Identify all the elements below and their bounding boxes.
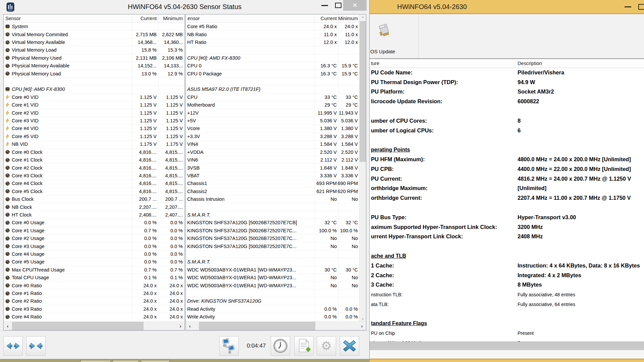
scrollbar-thumb[interactable] [360,21,366,162]
summary-row[interactable]: PU CPB:4400.0 MHz = 22.00 x 200.0 MHz [U… [370,164,644,174]
sensor-row[interactable]: Core #5 VID1.125 V1.125 V [4,133,184,140]
sensor-group-row[interactable]: ASUS M5A97 R2.0 (ITE IT8721F) [186,85,360,93]
summary-section-row[interactable]: perating Points [370,145,644,155]
summary-row[interactable]: ata TLB:Fully associative, 64 entries [370,299,644,309]
sensor-row[interactable]: KINGSTON SHFS37A120G [50026B725207E7CB]3… [186,219,360,227]
sensor-row[interactable]: Core #0 Ratio24.0 x24.0 x [4,282,184,289]
sensor-row[interactable]: Core #1 Clock4,816....4,815.... [4,156,184,164]
sensor-row[interactable]: +12V11.995 V11.943 V [186,109,360,117]
summary-section-row[interactable]: ache and TLB [370,251,644,261]
sensor-row[interactable]: Physical Memory Used2,131 MB2,106 MB [4,54,184,62]
sensor-row[interactable]: HT Clock2,408....2,407.... [4,211,184,219]
summary-row[interactable]: 3 Cache:8 MBytes [370,280,644,290]
sensor-row[interactable]: Chassis2621 RPM620 RPM [186,188,360,195]
sensor-group-row[interactable]: CPU [#0]: AMD FX-8300 [4,85,184,93]
sensor-row[interactable]: VIN62.112 V2.112 V [186,156,360,164]
summary-row[interactable]: PU HFM (Maximum):4800.0 MHz = 24.00 x 20… [370,155,644,164]
maximize-button[interactable] [638,4,644,10]
report-button[interactable] [294,336,314,356]
scrollbar-thumb[interactable] [199,322,315,330]
sensor-row[interactable]: +3.3V3.288 V3.288 V [186,133,360,140]
scroll-left-icon[interactable]: ‹ [4,322,12,330]
sensor-row[interactable]: Virtual Memory Load15.8 %15.3 % [4,46,184,54]
summary-row[interactable]: umber of Logical CPUs:6 [370,126,644,135]
sensor-row[interactable]: Core #0 Clock4,816....4,815.... [4,148,184,156]
sensor-row[interactable]: Core #4 Usage0.0 %0.0 % [4,250,184,258]
summary-row[interactable]: 1 Cache:Instruction: 4 x 64 KBytes, Data… [370,261,644,270]
sensor-row[interactable]: Core #1 Usage0.7 %0.0 % [4,227,184,235]
scroll-right-icon[interactable]: › [176,322,184,330]
sensor-row[interactable]: Virtual Memory Commited2,715 MB2,622 MB [4,31,184,38]
sensor-row[interactable]: VIN41.584 V1.584 V [186,140,360,148]
summary-row[interactable]: PU Code Name:Piledriver/Vishera [370,68,644,77]
sensor-row[interactable]: Core #3 Usage0.0 %0.0 % [4,242,184,250]
minimize-button[interactable] [318,0,331,11]
close-sensors-button[interactable] [340,336,359,356]
scroll-down-icon[interactable]: ⌄ [360,315,366,321]
sensor-row[interactable]: 3VSB1.848 V1.848 V [186,164,360,172]
sensor-row[interactable]: Core #4 Clock4,816....4,815.... [4,180,184,187]
horizontal-scrollbar[interactable] [370,342,644,350]
os-update-button[interactable]: OS Update [370,14,419,58]
sensor-row[interactable]: Core #3 Ratio24.0 x24.0 x [4,305,184,313]
summary-section-row[interactable]: tandard Feature Flags [370,319,644,328]
scrollbar-thumb[interactable] [12,322,144,330]
maximize-button[interactable] [332,0,344,11]
sensor-row[interactable]: NB VID1.175 V1.175 V [4,140,184,148]
logging-clock-button[interactable] [271,336,290,356]
sensor-row[interactable]: +5V5.036 V5.036 V [186,117,360,125]
sensor-row[interactable]: WDC WD5003ABYX-01WERA1 [WD-WMAYP23...30 … [186,266,360,274]
sensor-row[interactable]: VBAT3.336 V3.336 V [186,172,360,180]
sensor-row[interactable]: KINGSTON SHFS37A120G [50026B725207E7C...… [186,242,360,250]
summary-row[interactable]: 2 Cache:Integrated: 4 x 2 MBytes [370,270,644,280]
summary-row[interactable]: nhanced Virtual-86 ModePresent [370,338,644,342]
sensor-group-row[interactable]: Drive: KINGSTON SHFS37A120G [186,297,360,305]
collapse-columns-button[interactable] [26,336,46,356]
summary-row[interactable]: PU Platform:Socket AM3r2 [370,87,644,97]
summary-row[interactable]: PU Current:4816.2 MHz = 24.00 x 200.7 MH… [370,174,644,184]
scroll-left-icon[interactable]: ‹ [186,322,194,330]
sensor-row[interactable]: Core #1 VID1.125 V1.125 V [4,101,184,109]
sensor-row[interactable]: WDC WD5003ABYX-01WERA1 [WD-WMAYP23...NoN… [186,274,360,282]
sensor-row[interactable]: Core #3 Clock4,816....4,815.... [4,172,184,180]
sensor-group-row[interactable]: CPU [#0]: AMD FX-8300 [186,54,360,62]
summary-row[interactable]: PU Bus Type:Hyper-Transport v3.00 [370,213,644,222]
sensor-row[interactable]: Core #0 Usage0.0 %0.0 % [4,219,184,227]
horizontal-scrollbar[interactable]: ‹ › [186,321,366,330]
sensor-row[interactable]: CPU33 °C33 °C [186,94,360,101]
sensor-row[interactable]: Core #4 VID1.125 V1.125 V [4,125,184,132]
sensor-row[interactable]: Core #4 Ratio24.0 x24.0 x [4,313,184,321]
sensor-row[interactable]: Vcore1.380 V1.380 V [186,125,360,132]
sensor-row[interactable]: Physical Memory Load13.0 %12.9 % [4,70,184,77]
sensor-row[interactable]: Total CPU Usage0.1 %0.1 % [4,274,184,282]
settings-button[interactable]: ⚙ [317,336,336,356]
sensor-row[interactable]: Core #2 VID1.125 V1.125 V [4,109,184,117]
sensor-row[interactable]: Core #0 VID1.125 V1.125 V [4,94,184,101]
summary-row[interactable]: orthbridge Maximum: [Unlimited] [370,184,644,193]
minimize-button[interactable] [625,6,631,7]
summary-row[interactable]: urrent Hyper-Transport Link Clock:2408 M… [370,232,644,242]
summary-row[interactable]: PU Thermal Design Power (TDP):94.9 W [370,77,644,87]
sensor-row[interactable]: Core #5 Usage0.0 %0.0 % [4,258,184,266]
sensor-row[interactable]: KINGSTON SHFS37A120G [50026B725207E7C...… [186,235,360,242]
summary-row[interactable]: umber of CPU Cores:8 [370,116,644,126]
horizontal-scrollbar[interactable]: ‹ › [4,321,184,330]
sensor-row[interactable]: CPU 0 Package16.3 °C15.9 °C [186,70,360,77]
summary-row[interactable]: nstruction TLB:Fully associative, 48 ent… [370,290,644,299]
sensor-row[interactable]: Core #2 Clock4,816....4,815.... [4,164,184,172]
sensor-row[interactable]: Chassis IntrusionNoNo [186,195,360,203]
sensor-row[interactable]: Max CPU/Thread Usage0.7 %0.7 % [4,266,184,274]
sensor-row[interactable]: Motherboard29 °C29 °C [186,101,360,109]
sensor-row[interactable]: Physical Memory Available14,152...14,133… [4,62,184,70]
sensor-row[interactable]: Read Activity0.0 %0.0 % [186,305,360,313]
sensor-row[interactable]: Core #5 Ratio24.0 x24.0 x [186,23,360,31]
sensor-row[interactable]: Virtual Memory Available14,368...14,360.… [4,39,184,46]
sensor-row[interactable]: KINGSTON SHFS37A120G [50026B725207E7C...… [186,227,360,235]
sensor-row[interactable]: WDC WD5003ABYX-01WERA1 [WD-WMAYP23...NoN… [186,282,360,289]
sensor-row[interactable]: Bus Clock200.7 ...200.7 ... [4,195,184,203]
sensor-row[interactable]: CPU 016.3 °C15.9 °C [186,62,360,70]
expand-columns-button[interactable] [3,336,23,356]
sensor-row[interactable]: HT Ratio12.0 x12.0 x [186,39,360,46]
sensor-row[interactable]: Core #5 Clock4,816....4,815.... [4,188,184,195]
remote-sensors-button[interactable] [219,336,239,356]
